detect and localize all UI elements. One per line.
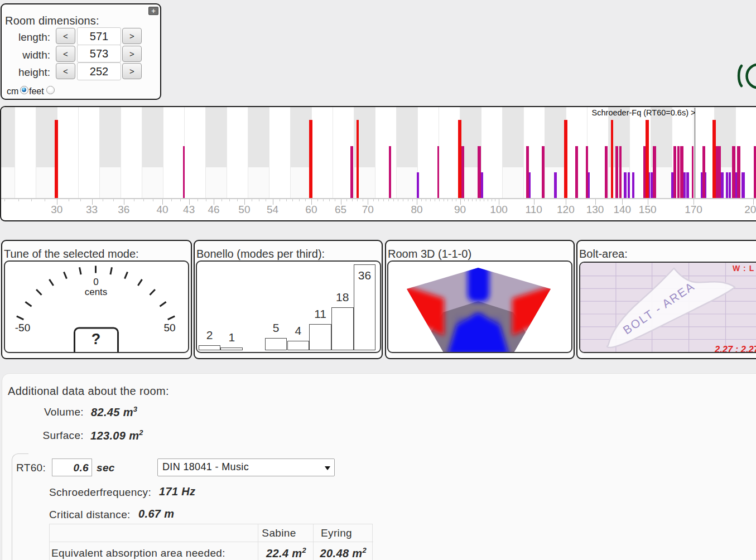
svg-text:cents: cents [85,287,108,297]
svg-text:2.27 : 2.27 : 1: 2.27 : 2.27 : 1 [714,344,756,352]
svg-text:-50: -50 [15,322,30,334]
svg-text:50: 50 [163,322,175,334]
svg-text:W : L : H: W : L : H [733,264,756,273]
svg-text:?: ? [92,331,101,347]
svg-text:0: 0 [93,277,98,287]
